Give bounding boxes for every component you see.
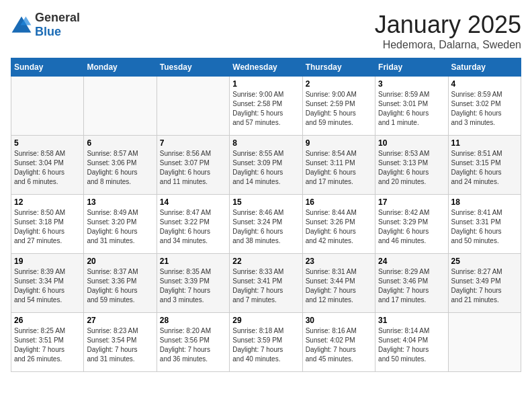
calendar-week-4: 19Sunrise: 8:39 AM Sunset: 3:34 PM Dayli… [11,254,521,313]
title-block: January 2025 Hedemora, Dalarna, Sweden [375,11,521,51]
day-info: Sunrise: 8:59 AM Sunset: 3:02 PM Dayligh… [451,90,518,128]
calendar-cell: 12Sunrise: 8:50 AM Sunset: 3:18 PM Dayli… [11,195,84,254]
day-number: 15 [232,197,299,207]
calendar-cell: 2Sunrise: 9:00 AM Sunset: 2:59 PM Daylig… [302,77,375,136]
day-number: 4 [451,79,518,89]
calendar-cell [157,77,229,136]
calendar-cell: 1Sunrise: 9:00 AM Sunset: 2:58 PM Daylig… [230,77,302,136]
calendar-cell: 25Sunrise: 8:27 AM Sunset: 3:49 PM Dayli… [448,254,521,313]
day-number: 12 [14,197,81,207]
calendar-cell: 8Sunrise: 8:55 AM Sunset: 3:09 PM Daylig… [230,136,302,195]
logo-general: General [35,11,80,24]
day-info: Sunrise: 8:18 AM Sunset: 3:59 PM Dayligh… [232,326,299,364]
day-info: Sunrise: 8:14 AM Sunset: 4:04 PM Dayligh… [378,326,445,364]
day-number: 9 [306,138,372,148]
day-info: Sunrise: 8:46 AM Sunset: 3:24 PM Dayligh… [232,208,299,246]
day-info: Sunrise: 9:00 AM Sunset: 2:59 PM Dayligh… [306,90,372,128]
logo-blue: Blue [35,25,61,38]
calendar-week-5: 26Sunrise: 8:25 AM Sunset: 3:51 PM Dayli… [11,313,521,372]
day-number: 22 [232,257,299,266]
logo-icon [11,15,32,34]
calendar-cell: 5Sunrise: 8:58 AM Sunset: 3:04 PM Daylig… [11,136,84,195]
day-number: 16 [306,197,372,207]
calendar-cell: 26Sunrise: 8:25 AM Sunset: 3:51 PM Dayli… [11,313,84,372]
calendar-cell [84,77,157,136]
col-header-wednesday: Wednesday [230,58,302,77]
calendar-cell [11,77,84,136]
day-info: Sunrise: 8:59 AM Sunset: 3:01 PM Dayligh… [378,90,445,128]
day-number: 2 [306,79,372,89]
day-info: Sunrise: 8:53 AM Sunset: 3:13 PM Dayligh… [378,149,445,187]
day-number: 5 [14,138,81,148]
day-number: 18 [451,197,518,207]
day-number: 30 [306,316,372,325]
day-info: Sunrise: 8:47 AM Sunset: 3:22 PM Dayligh… [160,208,226,246]
day-info: Sunrise: 8:54 AM Sunset: 3:11 PM Dayligh… [306,149,372,187]
day-info: Sunrise: 8:29 AM Sunset: 3:46 PM Dayligh… [378,267,445,305]
calendar-cell: 11Sunrise: 8:51 AM Sunset: 3:15 PM Dayli… [448,136,521,195]
logo: General Blue [11,11,80,39]
day-number: 11 [451,138,518,148]
col-header-thursday: Thursday [302,58,375,77]
day-number: 25 [451,257,518,266]
day-number: 21 [160,257,226,266]
day-info: Sunrise: 8:49 AM Sunset: 3:20 PM Dayligh… [87,208,153,246]
day-number: 1 [232,79,299,89]
day-info: Sunrise: 8:16 AM Sunset: 4:02 PM Dayligh… [306,326,372,364]
day-info: Sunrise: 8:20 AM Sunset: 3:56 PM Dayligh… [160,326,226,364]
calendar-week-3: 12Sunrise: 8:50 AM Sunset: 3:18 PM Dayli… [11,195,521,254]
col-header-saturday: Saturday [448,58,521,77]
day-info: Sunrise: 9:00 AM Sunset: 2:58 PM Dayligh… [232,90,299,128]
calendar-table: SundayMondayTuesdayWednesdayThursdayFrid… [11,58,521,372]
day-info: Sunrise: 8:31 AM Sunset: 3:44 PM Dayligh… [306,267,372,305]
calendar-week-2: 5Sunrise: 8:58 AM Sunset: 3:04 PM Daylig… [11,136,521,195]
col-header-tuesday: Tuesday [157,58,229,77]
calendar-cell: 7Sunrise: 8:56 AM Sunset: 3:07 PM Daylig… [157,136,229,195]
day-number: 29 [232,316,299,325]
month-title: January 2025 [375,11,521,39]
calendar-cell: 29Sunrise: 8:18 AM Sunset: 3:59 PM Dayli… [230,313,302,372]
day-number: 6 [87,138,153,148]
calendar-cell: 18Sunrise: 8:41 AM Sunset: 3:31 PM Dayli… [448,195,521,254]
calendar-cell: 23Sunrise: 8:31 AM Sunset: 3:44 PM Dayli… [302,254,375,313]
col-header-friday: Friday [375,58,448,77]
day-info: Sunrise: 8:27 AM Sunset: 3:49 PM Dayligh… [451,267,518,305]
calendar-cell: 22Sunrise: 8:33 AM Sunset: 3:41 PM Dayli… [230,254,302,313]
day-number: 10 [378,138,445,148]
calendar-cell [448,313,521,372]
calendar-cell: 28Sunrise: 8:20 AM Sunset: 3:56 PM Dayli… [157,313,229,372]
day-info: Sunrise: 8:33 AM Sunset: 3:41 PM Dayligh… [232,267,299,305]
calendar-cell: 15Sunrise: 8:46 AM Sunset: 3:24 PM Dayli… [230,195,302,254]
calendar-cell: 6Sunrise: 8:57 AM Sunset: 3:06 PM Daylig… [84,136,157,195]
day-info: Sunrise: 8:35 AM Sunset: 3:39 PM Dayligh… [160,267,226,305]
day-info: Sunrise: 8:25 AM Sunset: 3:51 PM Dayligh… [14,326,81,364]
day-info: Sunrise: 8:41 AM Sunset: 3:31 PM Dayligh… [451,208,518,246]
day-number: 13 [87,197,153,207]
day-number: 26 [14,316,81,325]
day-number: 19 [14,257,81,266]
calendar-cell: 4Sunrise: 8:59 AM Sunset: 3:02 PM Daylig… [448,77,521,136]
calendar-header-row: SundayMondayTuesdayWednesdayThursdayFrid… [11,58,521,77]
calendar-cell: 9Sunrise: 8:54 AM Sunset: 3:11 PM Daylig… [302,136,375,195]
day-info: Sunrise: 8:23 AM Sunset: 3:54 PM Dayligh… [87,326,153,364]
calendar-cell: 21Sunrise: 8:35 AM Sunset: 3:39 PM Dayli… [157,254,229,313]
day-info: Sunrise: 8:57 AM Sunset: 3:06 PM Dayligh… [87,149,153,187]
day-number: 31 [378,316,445,325]
day-number: 14 [160,197,226,207]
page-header: General Blue January 2025 Hedemora, Dala… [11,11,521,51]
day-number: 28 [160,316,226,325]
calendar-cell: 17Sunrise: 8:42 AM Sunset: 3:29 PM Dayli… [375,195,448,254]
calendar-cell: 13Sunrise: 8:49 AM Sunset: 3:20 PM Dayli… [84,195,157,254]
day-info: Sunrise: 8:44 AM Sunset: 3:26 PM Dayligh… [306,208,372,246]
day-info: Sunrise: 8:37 AM Sunset: 3:36 PM Dayligh… [87,267,153,305]
day-number: 24 [378,257,445,266]
day-number: 7 [160,138,226,148]
calendar-cell: 20Sunrise: 8:37 AM Sunset: 3:36 PM Dayli… [84,254,157,313]
calendar-cell: 19Sunrise: 8:39 AM Sunset: 3:34 PM Dayli… [11,254,84,313]
day-info: Sunrise: 8:39 AM Sunset: 3:34 PM Dayligh… [14,267,81,305]
day-number: 17 [378,197,445,207]
calendar-cell: 3Sunrise: 8:59 AM Sunset: 3:01 PM Daylig… [375,77,448,136]
calendar-cell: 16Sunrise: 8:44 AM Sunset: 3:26 PM Dayli… [302,195,375,254]
day-number: 3 [378,79,445,89]
day-info: Sunrise: 8:55 AM Sunset: 3:09 PM Dayligh… [232,149,299,187]
